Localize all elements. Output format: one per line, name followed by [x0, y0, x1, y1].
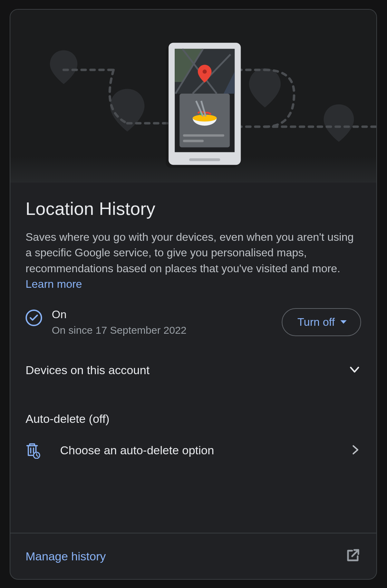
- check-circle-icon: [26, 310, 42, 326]
- turn-off-label: Turn off: [298, 316, 335, 329]
- learn-more-link[interactable]: Learn more: [26, 278, 82, 290]
- hero-svg: [10, 10, 376, 182]
- auto-delete-option-label: Choose an auto-delete option: [60, 444, 214, 457]
- description: Saves where you go with your devices, ev…: [26, 229, 361, 292]
- svg-point-9: [203, 69, 207, 74]
- svg-rect-16: [183, 140, 204, 142]
- status-on-label: On: [52, 308, 186, 321]
- auto-delete-title: Auto-delete (off): [26, 412, 361, 426]
- turn-off-button[interactable]: Turn off: [282, 308, 361, 336]
- auto-delete-icon: [26, 442, 41, 459]
- location-history-card: Location History Saves where you go with…: [10, 9, 377, 580]
- svg-rect-17: [189, 158, 220, 161]
- auto-delete-row[interactable]: Choose an auto-delete option: [26, 442, 361, 459]
- devices-label: Devices on this account: [26, 363, 149, 377]
- caret-down-icon: [340, 320, 347, 324]
- devices-on-account-row[interactable]: Devices on this account: [26, 363, 361, 378]
- open-in-new-icon: [345, 547, 361, 565]
- status-row: On On since 17 September 2022 Turn off: [26, 308, 361, 336]
- chevron-down-icon: [348, 363, 361, 378]
- svg-rect-15: [183, 134, 224, 137]
- hero-illustration: [10, 10, 376, 182]
- description-text: Saves where you go with your devices, ev…: [26, 231, 354, 275]
- chevron-right-icon: [349, 444, 361, 457]
- status-since-label: On since 17 September 2022: [52, 324, 186, 336]
- manage-history-row[interactable]: Manage history: [10, 533, 376, 579]
- page-title: Location History: [26, 198, 361, 219]
- manage-history-label: Manage history: [26, 550, 106, 563]
